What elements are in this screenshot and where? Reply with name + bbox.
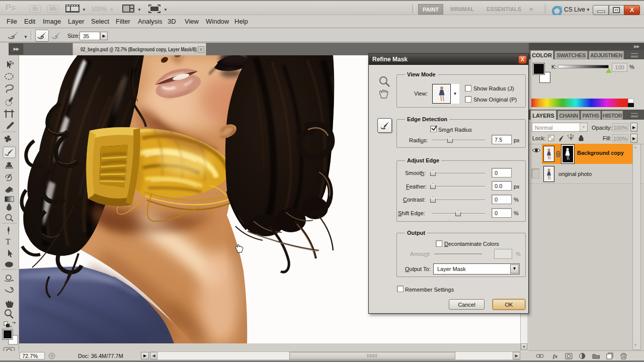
svg-text:fx: fx xyxy=(553,353,558,359)
svg-text:T: T xyxy=(6,237,11,246)
